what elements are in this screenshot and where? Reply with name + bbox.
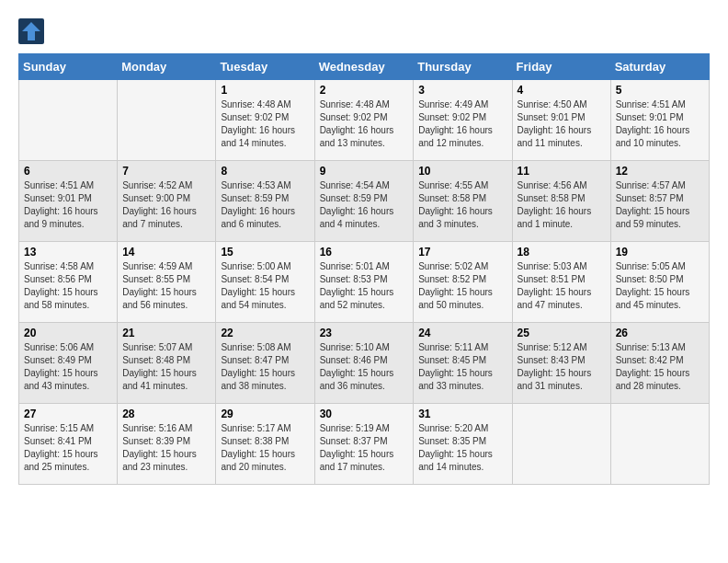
day-number: 20	[24, 327, 112, 339]
day-number: 31	[418, 408, 506, 420]
calendar-cell: 29Sunrise: 5:17 AM Sunset: 8:38 PM Dayli…	[216, 404, 314, 485]
day-detail: Sunrise: 4:50 AM Sunset: 9:01 PM Dayligh…	[518, 98, 606, 150]
day-detail: Sunrise: 5:13 AM Sunset: 8:42 PM Dayligh…	[616, 341, 704, 393]
day-number: 2	[320, 84, 409, 97]
calendar-cell: 4Sunrise: 4:50 AM Sunset: 9:01 PM Daylig…	[512, 80, 610, 161]
header-tuesday: Tuesday	[216, 54, 314, 80]
day-number: 30	[320, 408, 409, 420]
calendar-week-5: 27Sunrise: 5:15 AM Sunset: 8:41 PM Dayli…	[19, 404, 710, 485]
day-number: 14	[122, 246, 210, 259]
calendar-cell: 3Sunrise: 4:49 AM Sunset: 9:02 PM Daylig…	[414, 80, 512, 161]
day-number: 23	[320, 327, 409, 339]
day-detail: Sunrise: 5:06 AM Sunset: 8:49 PM Dayligh…	[24, 341, 112, 393]
header-thursday: Thursday	[414, 54, 512, 80]
calendar-cell: 14Sunrise: 4:59 AM Sunset: 8:55 PM Dayli…	[118, 242, 216, 323]
calendar-cell: 1Sunrise: 4:48 AM Sunset: 9:02 PM Daylig…	[216, 80, 314, 161]
day-number: 3	[418, 84, 506, 97]
day-detail: Sunrise: 4:48 AM Sunset: 9:02 PM Dayligh…	[320, 98, 409, 150]
day-number: 17	[418, 246, 506, 259]
day-number: 13	[24, 246, 112, 259]
calendar-cell: 21Sunrise: 5:07 AM Sunset: 8:48 PM Dayli…	[118, 323, 216, 404]
calendar-cell: 11Sunrise: 4:56 AM Sunset: 8:58 PM Dayli…	[512, 161, 610, 242]
day-detail: Sunrise: 5:16 AM Sunset: 8:39 PM Dayligh…	[122, 422, 210, 474]
day-detail: Sunrise: 5:02 AM Sunset: 8:52 PM Dayligh…	[418, 260, 506, 312]
day-number: 15	[221, 246, 309, 259]
calendar-cell: 28Sunrise: 5:16 AM Sunset: 8:39 PM Dayli…	[118, 404, 216, 485]
day-detail: Sunrise: 4:48 AM Sunset: 9:02 PM Dayligh…	[221, 98, 309, 150]
day-detail: Sunrise: 4:56 AM Sunset: 8:58 PM Dayligh…	[518, 179, 606, 231]
day-number: 6	[24, 165, 112, 178]
header-wednesday: Wednesday	[314, 54, 414, 80]
header-friday: Friday	[512, 54, 610, 80]
day-detail: Sunrise: 5:20 AM Sunset: 8:35 PM Dayligh…	[418, 422, 506, 474]
day-number: 28	[122, 408, 210, 420]
day-number: 4	[518, 84, 606, 97]
calendar-week-1: 1Sunrise: 4:48 AM Sunset: 9:02 PM Daylig…	[19, 80, 710, 161]
day-number: 21	[122, 327, 210, 339]
calendar-cell: 22Sunrise: 5:08 AM Sunset: 8:47 PM Dayli…	[216, 323, 314, 404]
header-monday: Monday	[118, 54, 216, 80]
day-detail: Sunrise: 4:57 AM Sunset: 8:57 PM Dayligh…	[616, 179, 704, 231]
day-number: 22	[221, 327, 309, 339]
logo-icon	[18, 18, 44, 44]
day-detail: Sunrise: 5:05 AM Sunset: 8:50 PM Dayligh…	[616, 260, 704, 312]
calendar-cell: 16Sunrise: 5:01 AM Sunset: 8:53 PM Dayli…	[314, 242, 414, 323]
calendar-cell: 23Sunrise: 5:10 AM Sunset: 8:46 PM Dayli…	[314, 323, 414, 404]
day-detail: Sunrise: 4:55 AM Sunset: 8:58 PM Dayligh…	[418, 179, 506, 231]
day-number: 25	[518, 327, 606, 339]
calendar-week-2: 6Sunrise: 4:51 AM Sunset: 9:01 PM Daylig…	[19, 161, 710, 242]
calendar-cell: 2Sunrise: 4:48 AM Sunset: 9:02 PM Daylig…	[314, 80, 414, 161]
calendar-cell: 19Sunrise: 5:05 AM Sunset: 8:50 PM Dayli…	[610, 242, 709, 323]
calendar-cell: 18Sunrise: 5:03 AM Sunset: 8:51 PM Dayli…	[512, 242, 610, 323]
day-number: 26	[616, 327, 704, 339]
calendar-table: SundayMondayTuesdayWednesdayThursdayFrid…	[18, 53, 710, 485]
day-detail: Sunrise: 5:08 AM Sunset: 8:47 PM Dayligh…	[221, 341, 309, 393]
logo	[18, 18, 48, 44]
day-detail: Sunrise: 5:17 AM Sunset: 8:38 PM Dayligh…	[221, 422, 309, 474]
day-detail: Sunrise: 5:19 AM Sunset: 8:37 PM Dayligh…	[320, 422, 409, 474]
day-detail: Sunrise: 5:00 AM Sunset: 8:54 PM Dayligh…	[221, 260, 309, 312]
day-number: 24	[418, 327, 506, 339]
calendar-week-4: 20Sunrise: 5:06 AM Sunset: 8:49 PM Dayli…	[19, 323, 710, 404]
day-detail: Sunrise: 4:51 AM Sunset: 9:01 PM Dayligh…	[616, 98, 704, 150]
calendar-cell: 9Sunrise: 4:54 AM Sunset: 8:59 PM Daylig…	[314, 161, 414, 242]
header-saturday: Saturday	[610, 54, 709, 80]
calendar-cell: 5Sunrise: 4:51 AM Sunset: 9:01 PM Daylig…	[610, 80, 709, 161]
day-number: 9	[320, 165, 409, 178]
calendar-cell: 15Sunrise: 5:00 AM Sunset: 8:54 PM Dayli…	[216, 242, 314, 323]
calendar-cell: 8Sunrise: 4:53 AM Sunset: 8:59 PM Daylig…	[216, 161, 314, 242]
day-detail: Sunrise: 4:49 AM Sunset: 9:02 PM Dayligh…	[418, 98, 506, 150]
day-number: 18	[518, 246, 606, 259]
calendar-cell: 25Sunrise: 5:12 AM Sunset: 8:43 PM Dayli…	[512, 323, 610, 404]
calendar-cell: 20Sunrise: 5:06 AM Sunset: 8:49 PM Dayli…	[19, 323, 118, 404]
calendar-cell: 13Sunrise: 4:58 AM Sunset: 8:56 PM Dayli…	[19, 242, 118, 323]
day-number: 12	[616, 165, 704, 178]
calendar-cell: 31Sunrise: 5:20 AM Sunset: 8:35 PM Dayli…	[414, 404, 512, 485]
day-detail: Sunrise: 4:51 AM Sunset: 9:01 PM Dayligh…	[24, 179, 112, 231]
day-detail: Sunrise: 5:03 AM Sunset: 8:51 PM Dayligh…	[518, 260, 606, 312]
day-number: 11	[518, 165, 606, 178]
day-detail: Sunrise: 5:15 AM Sunset: 8:41 PM Dayligh…	[24, 422, 112, 474]
header-sunday: Sunday	[19, 54, 118, 80]
calendar-cell: 10Sunrise: 4:55 AM Sunset: 8:58 PM Dayli…	[414, 161, 512, 242]
page-header	[18, 18, 710, 44]
day-number: 5	[616, 84, 704, 97]
day-detail: Sunrise: 5:12 AM Sunset: 8:43 PM Dayligh…	[518, 341, 606, 393]
day-number: 16	[320, 246, 409, 259]
day-number: 19	[616, 246, 704, 259]
calendar-cell	[610, 404, 709, 485]
calendar-cell: 30Sunrise: 5:19 AM Sunset: 8:37 PM Dayli…	[314, 404, 414, 485]
calendar-cell: 7Sunrise: 4:52 AM Sunset: 9:00 PM Daylig…	[118, 161, 216, 242]
day-detail: Sunrise: 5:11 AM Sunset: 8:45 PM Dayligh…	[418, 341, 506, 393]
calendar-cell: 26Sunrise: 5:13 AM Sunset: 8:42 PM Dayli…	[610, 323, 709, 404]
day-number: 27	[24, 408, 112, 420]
day-number: 1	[221, 84, 309, 97]
day-detail: Sunrise: 5:07 AM Sunset: 8:48 PM Dayligh…	[122, 341, 210, 393]
calendar-week-3: 13Sunrise: 4:58 AM Sunset: 8:56 PM Dayli…	[19, 242, 710, 323]
day-detail: Sunrise: 4:54 AM Sunset: 8:59 PM Dayligh…	[320, 179, 409, 231]
calendar-cell: 24Sunrise: 5:11 AM Sunset: 8:45 PM Dayli…	[414, 323, 512, 404]
day-detail: Sunrise: 4:58 AM Sunset: 8:56 PM Dayligh…	[24, 260, 112, 312]
day-number: 10	[418, 165, 506, 178]
day-number: 8	[221, 165, 309, 178]
day-detail: Sunrise: 4:53 AM Sunset: 8:59 PM Dayligh…	[221, 179, 309, 231]
